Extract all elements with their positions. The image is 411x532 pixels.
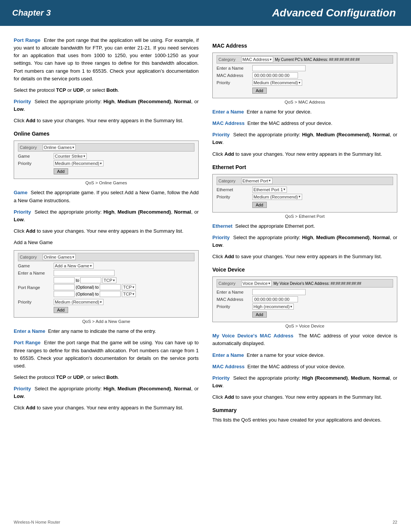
category-select-mac[interactable]: MAC Address bbox=[241, 56, 273, 62]
add-mac-para: Click Add to save your changes. Your new… bbox=[212, 150, 397, 158]
ethernet-port-caption: QoS > Ethernet Port bbox=[212, 214, 397, 219]
page-footer: Wireless-N Home Router 22 bbox=[0, 520, 411, 524]
mac-address-para: MAC Address Enter the MAC address of you… bbox=[212, 120, 397, 127]
form-header-online: Category Online Games bbox=[18, 143, 194, 152]
enter-name-mac-para: Enter a Name Enter a name for your devic… bbox=[212, 108, 397, 116]
summary-heading: Summary bbox=[212, 407, 397, 413]
online-games-heading: Online Games bbox=[14, 131, 199, 137]
enter-name-mac-row: Enter a Name bbox=[217, 65, 393, 71]
add-new-game-caption: QoS > Add a New Game bbox=[14, 319, 199, 324]
add-voice-para: Click Add to save your changes. Your new… bbox=[212, 393, 397, 401]
port-row-1: to TCP bbox=[54, 277, 136, 283]
ethernet-row: Ethernet Ethernet Port 1 bbox=[217, 187, 393, 193]
mac-address-heading: MAC Address bbox=[212, 43, 397, 49]
add-btn-row-ethernet: Add bbox=[217, 201, 393, 208]
enter-name-voice-input[interactable] bbox=[252, 289, 306, 295]
add-btn-row-voice: Add bbox=[217, 311, 393, 318]
priority-select-voice[interactable]: High (recommend) bbox=[252, 304, 294, 310]
footer-left: Wireless-N Home Router bbox=[14, 520, 60, 524]
protocol-select-3[interactable]: TCP bbox=[122, 291, 136, 297]
add-new-game-form: Category Online Games Game Add a New Gam… bbox=[14, 250, 199, 318]
voice-device-caption: QoS > Voice Device bbox=[212, 324, 397, 328]
category-select-voice[interactable]: Voice Device bbox=[241, 280, 272, 286]
enter-name-row: Enter a Name bbox=[18, 270, 194, 276]
mac-address-voice-row: MAC Address 00:00:00:00:00:00 bbox=[217, 296, 393, 302]
mac-address-row: MAC Address 00:00:00:00:00:00 bbox=[217, 72, 393, 78]
enter-name-input[interactable] bbox=[54, 270, 115, 276]
chapter-label: Chapter 3 bbox=[0, 0, 51, 26]
priority-select-ethernet[interactable]: Medium (Recommend) bbox=[252, 194, 302, 200]
page-title: Advanced Configuration bbox=[51, 0, 411, 26]
ethernet-para: Ethernet Select the appropriate Ethernet… bbox=[212, 222, 397, 230]
port-range-row-label: Port Range to TCP (Optional) to TCP bbox=[18, 277, 194, 298]
enter-name-mac-input[interactable] bbox=[252, 65, 306, 71]
add-button-voice[interactable]: Add bbox=[252, 312, 267, 318]
add-button-online[interactable]: Add bbox=[54, 168, 68, 174]
priority-para3: Priority Select the appropriate priority… bbox=[14, 385, 199, 400]
priority-para2: Priority Select the appropriate priority… bbox=[14, 208, 199, 224]
game-row-new: Game Add a New Game bbox=[18, 263, 194, 269]
enter-name-voice-para: Enter a Name Enter a name for your voice… bbox=[212, 351, 397, 359]
protocol-line: Select the protocol TCP or UDP, or selec… bbox=[14, 86, 199, 94]
add-btn-row-mac: Add bbox=[217, 87, 393, 94]
priority-select-mac[interactable]: Medium (Recommend) bbox=[252, 80, 302, 86]
mac-address-form: Category MAC Address My Current PC's MAC… bbox=[212, 53, 397, 98]
form-header-voice: Category Voice Device My Voice Device's … bbox=[217, 279, 393, 288]
voice-device-form: Category Voice Device My Voice Device's … bbox=[212, 276, 397, 322]
add-para3: Click Add to save your changes. Your new… bbox=[14, 404, 199, 412]
priority-para: Priority Select the appropriate priority… bbox=[14, 98, 199, 113]
port-row-3: (Optional) to TCP bbox=[54, 291, 136, 297]
protocol-select-1[interactable]: TCP bbox=[102, 277, 116, 283]
game-select-new[interactable]: Add a New Game bbox=[54, 263, 94, 269]
mac-address-caption: QoS > MAC Address bbox=[212, 100, 397, 104]
priority-ethernet-para: Priority Select the appropriate priority… bbox=[212, 234, 397, 249]
port-from-2[interactable] bbox=[54, 284, 75, 290]
port-to-3[interactable] bbox=[100, 291, 121, 297]
port-range-para-left: Port Range Enter the port range that the… bbox=[14, 339, 199, 370]
page-header: Chapter 3 Advanced Configuration bbox=[0, 0, 411, 26]
add-btn-row-new-game: Add bbox=[18, 306, 194, 313]
protocol-line3: Select the protocol TCP or UDP, or selec… bbox=[14, 374, 199, 381]
category-select-online[interactable]: Online Games bbox=[43, 144, 76, 150]
priority-mac-para: Priority Select the appropriate priority… bbox=[212, 131, 397, 146]
category-select-new-game[interactable]: Online Games bbox=[43, 254, 76, 260]
priority-row-voice: Priority High (recommend) bbox=[217, 304, 393, 310]
form-header-mac: Category MAC Address My Current PC's MAC… bbox=[217, 55, 393, 64]
online-games-form: Category Online Games Game Counter Strik… bbox=[14, 141, 199, 179]
protocol-select-2[interactable]: TCP bbox=[122, 284, 136, 290]
enter-name-voice-row: Enter a Name bbox=[217, 289, 393, 295]
category-select-ethernet[interactable]: Ethernet Port bbox=[241, 178, 272, 184]
mac-address-voice-para: MAC Address Enter the MAC address of you… bbox=[212, 363, 397, 371]
priority-select-new-game[interactable]: Medium (Recommend) bbox=[54, 299, 104, 305]
form-header-new-game: Category Online Games bbox=[18, 253, 194, 261]
priority-voice-para: Priority Select the appropriate priority… bbox=[212, 374, 397, 390]
footer-right: 22 bbox=[393, 520, 397, 524]
priority-select-online[interactable]: Medium (Recommend) bbox=[54, 160, 104, 166]
port-from-1[interactable] bbox=[54, 277, 75, 283]
port-row-2: (Optional) to TCP bbox=[54, 284, 136, 290]
my-voice-mac-para: My Voice Device's MAC Address The MAC ad… bbox=[212, 332, 397, 347]
online-games-caption: QoS > Online Games bbox=[14, 181, 199, 185]
form-header-ethernet: Category Ethernet Port bbox=[217, 177, 393, 185]
main-content: Port Range Enter the port range that the… bbox=[0, 26, 411, 443]
enter-name-para-left: Enter a Name Enter any name to indicate … bbox=[14, 328, 199, 335]
add-button-new-game[interactable]: Add bbox=[54, 307, 68, 313]
port-range-term: Port Range bbox=[14, 37, 40, 43]
add-para2: Click Add to save your changes. Your new… bbox=[14, 227, 199, 235]
mac-address-input[interactable]: 00:00:00:00:00:00 bbox=[252, 72, 298, 78]
ethernet-port-heading: Ethernet Port bbox=[212, 164, 397, 170]
priority-row-new-game: Priority Medium (Recommend) bbox=[18, 299, 194, 305]
left-column: Port Range Enter the port range that the… bbox=[14, 37, 199, 428]
mac-address-voice-input[interactable]: 00:00:00:00:00:00 bbox=[252, 296, 298, 302]
add-new-game-label: Add a New Game bbox=[14, 239, 199, 246]
summary-para: This lists the QoS entries you have crea… bbox=[212, 416, 397, 424]
add-button-mac[interactable]: Add bbox=[252, 88, 267, 94]
add-para: Click Add to save your changes. Your new… bbox=[14, 117, 199, 125]
priority-row-mac: Priority Medium (Recommend) bbox=[217, 80, 393, 86]
game-select[interactable]: Counter Strike bbox=[54, 153, 87, 159]
add-button-ethernet[interactable]: Add bbox=[252, 202, 267, 208]
port-from-3[interactable] bbox=[54, 291, 75, 297]
port-to-1[interactable] bbox=[80, 277, 101, 283]
ethernet-select[interactable]: Ethernet Port 1 bbox=[252, 187, 287, 193]
port-to-2[interactable] bbox=[100, 284, 121, 290]
